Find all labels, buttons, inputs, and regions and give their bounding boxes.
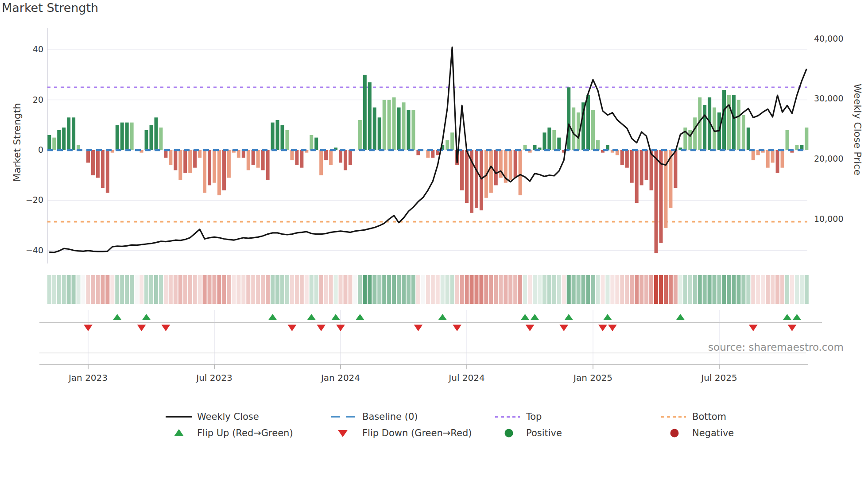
heatmap-cell [169, 275, 173, 304]
heatmap-cell [610, 275, 614, 304]
flip-down-marker [787, 325, 796, 331]
x-axis-tick: Jul 2025 [693, 372, 746, 383]
heatmap-cell [368, 275, 372, 304]
heatmap-cell [300, 275, 304, 304]
heatmap-cell [717, 275, 721, 304]
heatmap-cell [295, 275, 299, 304]
negative-bar [193, 150, 197, 168]
heatmap-cell [217, 275, 221, 304]
left-axis-tick: −20 [12, 195, 43, 205]
positive-bar [693, 117, 697, 150]
negative-bar [630, 150, 634, 183]
x-axis-tick: Jan 2024 [314, 372, 367, 383]
heatmap-cell [790, 275, 794, 304]
legend-bottom: Bottom [692, 411, 726, 422]
heatmap-cell [688, 275, 692, 304]
heatmap-cell [241, 275, 245, 304]
heatmap-cell [649, 275, 653, 304]
heatmap-cell [232, 275, 236, 304]
heatmap-cell [198, 275, 202, 304]
negative-bar [771, 150, 775, 163]
heatmap-cell [431, 275, 435, 304]
negative-bar [776, 150, 779, 173]
positive-bar [159, 128, 163, 150]
heatmap-cell [577, 275, 581, 304]
negative-bar [178, 150, 182, 180]
heatmap-cell [81, 275, 85, 304]
heatmap-cell [290, 275, 294, 304]
negative-bar [91, 150, 95, 175]
flip-up-marker [307, 314, 316, 320]
heatmap-cell [397, 275, 401, 304]
heatmap-cell [780, 275, 784, 304]
heatmap-cell [552, 275, 556, 304]
right-axis-tick: 10,000 [814, 214, 843, 224]
heatmap-cell [605, 275, 609, 304]
legend-flip-down: Flip Down (Green→Red) [362, 428, 472, 438]
heatmap-cell [528, 275, 532, 304]
positive-bar [737, 100, 740, 150]
negative-bar [101, 150, 105, 188]
positive-bar [62, 128, 66, 150]
positive-bar [310, 135, 313, 150]
positive-bar [388, 100, 391, 150]
positive-bar [397, 108, 401, 150]
negative-bar [266, 150, 270, 180]
heatmap-cell [441, 275, 445, 304]
negative-bar [329, 150, 333, 165]
heatmap-cell [460, 275, 464, 304]
positive-bar [378, 117, 381, 150]
flip-down-marker [598, 325, 607, 331]
flip-up-marker [438, 314, 447, 320]
heatmap-cell [91, 275, 95, 304]
heatmap-cell [149, 275, 153, 304]
heatmap-cell [713, 275, 717, 304]
heatmap-cell [110, 275, 114, 304]
heatmap-cell [474, 275, 478, 304]
negative-bar [431, 150, 434, 158]
heatmap-cell [775, 275, 779, 304]
positive-bar [727, 95, 731, 150]
positive-bar [732, 95, 736, 150]
heatmap-cell [538, 275, 542, 304]
positive-bar [52, 138, 56, 150]
heatmap-cell [208, 275, 212, 304]
flip-down-marker [137, 325, 146, 331]
positive-bar [446, 140, 449, 150]
heatmap-cell [635, 275, 639, 304]
legend-positive: Positive [526, 428, 562, 438]
negative-bar [640, 150, 643, 185]
negative-bar [203, 150, 206, 193]
legend-baseline: Baseline (0) [362, 411, 418, 422]
negative-bar [183, 150, 187, 173]
heatmap-cell [523, 275, 527, 304]
heatmap-cell [562, 275, 566, 304]
negative-bar [208, 150, 211, 185]
positive-bar [786, 130, 789, 150]
flip-up-marker [268, 314, 277, 320]
market-strength-dashboard: Market Strength Market Strength Weekly C… [0, 0, 868, 488]
legend-weekly-close: Weekly Close [197, 411, 259, 422]
flip-up-marker [331, 314, 340, 320]
left-axis-tick: −40 [12, 245, 43, 255]
heatmap-cell [542, 275, 546, 304]
heatmap-cell [736, 275, 740, 304]
x-axis-tick: Jan 2025 [566, 372, 620, 383]
heatmap-cell [353, 275, 357, 304]
positive-bar [450, 132, 454, 150]
heatmap-cell [246, 275, 250, 304]
heatmap-cell [280, 275, 284, 304]
positive-bar [125, 123, 129, 150]
heatmap-cell [465, 275, 469, 304]
negative-bar [213, 150, 216, 183]
flip-up-marker [783, 314, 792, 320]
flip-up-marker [521, 314, 530, 320]
heatmap-cell [178, 275, 182, 304]
heatmap-cell [62, 275, 66, 304]
heatmap-cell [305, 275, 309, 304]
heatmap-cell [426, 275, 430, 304]
positive-bar [150, 125, 153, 150]
heatmap-cell [785, 275, 789, 304]
heatmap-cell [567, 275, 571, 304]
positive-bar [407, 110, 410, 150]
